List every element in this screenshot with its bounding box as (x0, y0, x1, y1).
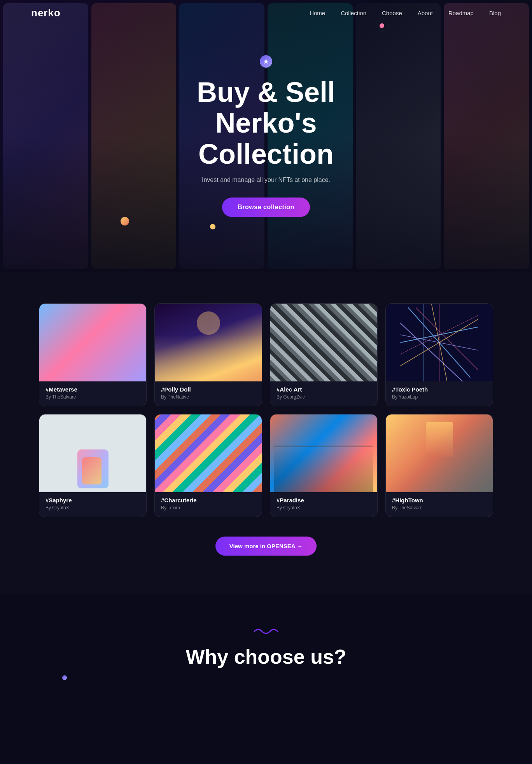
nft-author-alec-art: By GeorgZvic (276, 394, 371, 400)
hero-title: Buy & Sell Nerko's Collection (149, 77, 383, 170)
nft-card-toxic-poeth[interactable]: #Toxic Poeth By YazoiLup (385, 303, 493, 406)
nft-title-charcuterie: #Charcuterie (161, 497, 256, 504)
brand-logo[interactable]: nerko (31, 7, 61, 19)
svg-line-2 (416, 308, 478, 370)
browse-collection-button[interactable]: Browse collection (222, 198, 310, 217)
view-more-container: View more in OPENSEA → (39, 537, 493, 556)
nft-card-metaverse[interactable]: #Metaverse By TheSalvare (39, 303, 147, 406)
nft-image-saphyre (39, 414, 146, 492)
squiggle-decoration (252, 626, 280, 637)
nft-card-info-paradise: #Paradise By CryptoX (270, 492, 377, 510)
nft-title-toxic-poeth: #Toxic Poeth (392, 386, 486, 393)
nft-card-alec-art[interactable]: #Alec Art By GeorgZvic (270, 303, 378, 406)
nft-card-paradise[interactable]: #Paradise By CryptoX (270, 414, 378, 517)
hero-section: Buy & Sell Nerko's Collection Invest and… (0, 0, 532, 272)
nft-image-charcuterie (155, 414, 262, 492)
nft-card-info-polly-doll: #Polly Doll By TheNative (155, 381, 262, 400)
nft-card-info-metaverse: #Metaverse By TheSalvare (39, 381, 146, 400)
nav-home[interactable]: Home (310, 10, 325, 16)
decorative-dot-1 (121, 217, 129, 226)
navbar: nerko Home Collection Choose About Roadm… (0, 0, 532, 26)
nav-about[interactable]: About (418, 10, 433, 16)
why-title: Why choose us? (39, 645, 493, 668)
gallery-section: #Metaverse By TheSalvare #Polly Doll By … (0, 272, 532, 594)
nft-author-hightown: By TheSalvare (392, 505, 486, 510)
gallery-row-2: #Saphyre By CryptoX #Charcuterie By Texi… (39, 414, 493, 517)
nav-links: Home Collection Choose About Roadmap Blo… (310, 10, 501, 17)
nft-card-info-charcuterie: #Charcuterie By Texira (155, 492, 262, 510)
nav-collection[interactable]: Collection (341, 10, 366, 16)
svg-marker-0 (264, 59, 268, 64)
nft-card-charcuterie[interactable]: #Charcuterie By Texira (154, 414, 262, 517)
nft-author-charcuterie: By Texira (161, 505, 256, 510)
nft-title-alec-art: #Alec Art (276, 386, 371, 393)
gallery-row-1: #Metaverse By TheSalvare #Polly Doll By … (39, 303, 493, 406)
hero-content: Buy & Sell Nerko's Collection Invest and… (149, 55, 383, 217)
view-more-button[interactable]: View more in OPENSEA → (215, 537, 317, 556)
nav-roadmap[interactable]: Roadmap (448, 10, 474, 16)
nav-choose[interactable]: Choose (382, 10, 402, 16)
nft-card-info-toxic-poeth: #Toxic Poeth By YazoiLup (386, 381, 493, 400)
nft-author-saphyre: By CryptoX (46, 505, 140, 510)
nft-image-alec-art (270, 304, 377, 381)
nft-image-toxic-poeth (386, 304, 493, 381)
nft-card-info-hightown: #HighTown By TheSalvare (386, 492, 493, 510)
hero-subtitle: Invest and manage all your NFTs at one p… (202, 177, 330, 184)
nft-card-info-saphyre: #Saphyre By CryptoX (39, 492, 146, 510)
nft-image-polly-doll (155, 304, 262, 381)
bottom-decorative-dot (62, 675, 67, 680)
nft-image-paradise (270, 414, 377, 492)
nft-card-polly-doll[interactable]: #Polly Doll By TheNative (154, 303, 262, 406)
nft-image-hightown (386, 414, 493, 492)
hero-icon-dot (260, 55, 272, 68)
nav-blog[interactable]: Blog (489, 10, 501, 16)
why-section: Why choose us? (0, 594, 532, 692)
nft-title-hightown: #HighTown (392, 497, 486, 504)
nft-title-polly-doll: #Polly Doll (161, 386, 256, 393)
nft-title-metaverse: #Metaverse (46, 386, 140, 393)
nft-author-paradise: By CryptoX (276, 505, 371, 510)
nft-author-toxic-poeth: By YazoiLup (392, 394, 486, 400)
nft-title-saphyre: #Saphyre (46, 497, 140, 504)
nft-title-paradise: #Paradise (276, 497, 371, 504)
decorative-dot-2 (210, 224, 215, 229)
nft-card-info-alec-art: #Alec Art By GeorgZvic (270, 381, 377, 400)
nft-card-saphyre[interactable]: #Saphyre By CryptoX (39, 414, 147, 517)
nft-image-metaverse (39, 304, 146, 381)
nft-author-metaverse: By TheSalvare (46, 394, 140, 400)
nft-card-hightown[interactable]: #HighTown By TheSalvare (385, 414, 493, 517)
nft-author-polly-doll: By TheNative (161, 394, 256, 400)
